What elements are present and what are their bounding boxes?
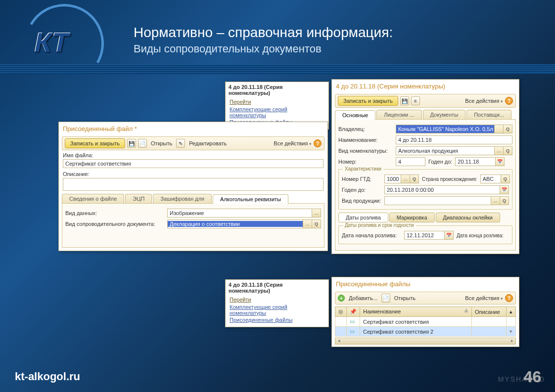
subtab-pour[interactable]: Даты розлива [338, 213, 388, 222]
tab-documents[interactable]: Документы [423, 110, 466, 119]
valid2-label: Годен до: [342, 187, 381, 193]
save-close-button[interactable]: Записать и закрыть [65, 138, 125, 148]
open-label[interactable]: Открыть [392, 295, 417, 301]
valid-input[interactable]: 20.11.18📅 [455, 157, 505, 166]
subtab-marking[interactable]: Маркировка [389, 213, 435, 222]
save-icon[interactable]: 💾 [400, 96, 409, 105]
footer-url: kt-alkogol.ru [15, 370, 80, 383]
panelC-title: 4 до 20.11.18 (Серия номенклатуры) [332, 80, 519, 92]
help-icon[interactable]: ? [505, 97, 513, 105]
desc-label: Описание: [63, 171, 324, 177]
list-icon[interactable]: ≡ [411, 96, 420, 105]
edit-icon[interactable]: ✎ [176, 139, 185, 148]
open-label[interactable]: Открыть [149, 140, 174, 146]
panelD-title: 4 до 20.11.18 (Серия номенклатуры) [226, 280, 328, 296]
pour-start-label: Дата начала розлива: [342, 232, 401, 238]
valid-label: Годен до: [428, 159, 452, 165]
panelD-go[interactable]: Перейти [230, 297, 324, 303]
col-icon[interactable]: ◎ [335, 307, 347, 317]
save-icon[interactable]: 💾 [127, 139, 136, 148]
col-name[interactable]: Наименование ≜ [360, 307, 472, 317]
datatype-label: Вид данных: [65, 210, 164, 216]
table-row[interactable]: ▭ Сертификат соответствия 2 ▾ [335, 327, 516, 337]
open-file-icon[interactable]: 📄 [381, 294, 390, 303]
panelD-link2[interactable]: Присоединенные файлы [230, 317, 324, 323]
tab-alcoreq[interactable]: Алкогольные реквизиты [213, 194, 288, 204]
tab-suppliers[interactable]: Поставщи... [466, 110, 511, 119]
open-file-icon[interactable]: 📄 [138, 139, 147, 148]
prodkind-input[interactable]: …Q [384, 196, 509, 205]
pour-legend: Даты розлива и срок годности [343, 222, 416, 228]
tab-licenses[interactable]: Лицензии ... [376, 110, 421, 119]
panelD-link1[interactable]: Комплектующие серий номенклатуры [230, 304, 324, 316]
doctype-input[interactable]: Декларация о соответствии …Q [167, 219, 321, 228]
country-label: Страна происхождения: [422, 176, 477, 182]
tab-main[interactable]: Основные [335, 110, 375, 120]
panelA-go[interactable]: Перейти [230, 99, 324, 105]
datatype-input[interactable]: Изображение… [167, 209, 321, 218]
doctype-label: Вид сопроводительного документа: [65, 221, 164, 227]
scroll-up-icon[interactable]: ▴ [507, 307, 516, 317]
panelA-link1[interactable]: Комплектующие серий номенклатуры [230, 106, 324, 118]
all-actions-dd[interactable]: Все действия [274, 140, 312, 146]
panelB-title: Присоединенный файл * [59, 122, 327, 134]
help-icon[interactable]: ? [505, 294, 513, 302]
col-desc[interactable]: Описание [472, 307, 507, 317]
tab-fileinfo[interactable]: Сведения о файле [62, 194, 124, 203]
kind-label: Вид номенклатуры: [338, 148, 393, 154]
gtd-label: Номер ГТД: [342, 176, 381, 182]
add-label[interactable]: Добавить... [347, 295, 379, 301]
kind-input[interactable]: Алкогольная продукция …Q [396, 146, 512, 155]
pour-start-input[interactable]: 12.11.2012📅 [404, 231, 454, 240]
filename-input[interactable]: Сертификат соответствия [63, 159, 324, 168]
owner-label: Владелец: [338, 126, 393, 132]
valid2-input[interactable]: 20.11.2018 0:00:00📅 [384, 185, 509, 194]
tab-ecp[interactable]: ЭЦП [125, 194, 152, 203]
prodkind-label: Вид продукции: [342, 198, 381, 204]
gtd-input[interactable]: 1000…Q [384, 174, 419, 183]
name-label: Наименование: [338, 137, 393, 143]
num-label: Номер: [338, 159, 393, 165]
watermark: MYSHARED [498, 375, 545, 383]
all-actions-dd[interactable]: Все действия [465, 295, 503, 301]
edit-label[interactable]: Редактировать [187, 140, 229, 146]
filename-label: Имя файла: [63, 152, 324, 158]
panelE-title: Присоединенные файлы [332, 277, 519, 290]
subtab-ranges[interactable]: Диапазоны оклейки [436, 213, 500, 222]
h-scrollbar[interactable] [335, 338, 516, 345]
tab-encrypted[interactable]: Зашифрован для [153, 194, 212, 203]
country-input[interactable]: ABCQ [480, 174, 510, 183]
slide-subtitle: Виды сопроводительных документов [134, 43, 540, 55]
desc-input[interactable] [63, 178, 324, 191]
num-input[interactable]: 4 [396, 157, 425, 166]
panelA-title: 4 до 20.11.18 (Серия номенклатуры) [226, 82, 328, 98]
owner-input[interactable]: Коньяк "GALLISS" Napoleon X.O. 0,5л …Q [396, 125, 512, 133]
name-input[interactable]: 4 до 20.11.18 [396, 135, 512, 144]
add-icon[interactable]: + [338, 295, 345, 302]
pour-end-label: Дата конца розлива: [457, 233, 504, 238]
help-icon[interactable]: ? [314, 139, 322, 147]
table-row[interactable]: ▭ Сертификат соответствия [335, 317, 516, 327]
char-legend: Характеристики [343, 166, 383, 172]
save-close-button[interactable]: Записать и закрыть [338, 96, 398, 106]
logo: КТ [15, 4, 124, 78]
slide-title: Нормативно – справочная информация: [134, 25, 540, 41]
col-pin[interactable]: 📌 [347, 307, 360, 317]
all-actions-dd[interactable]: Все действия [465, 98, 503, 104]
